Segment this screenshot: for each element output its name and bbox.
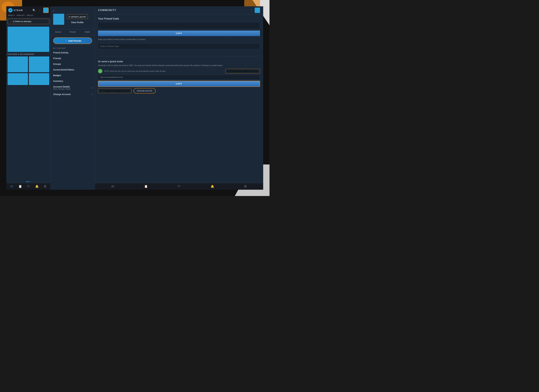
menu-item-change-account-arrow-icon: ›: [91, 93, 92, 95]
friend-code-display: [98, 22, 260, 29]
right-panel: COMMUNITY ⋮ Your Friend Code COPY Enter …: [95, 6, 263, 190]
profile-header: ‹ 2) «Добавить друзей» View Profile: [51, 6, 95, 29]
menu-item-screenshots[interactable]: Screenshots/Videos: [51, 67, 95, 72]
step1-text: 1) Жмем на аватарку: [13, 20, 31, 23]
search-icon[interactable]: 🔍: [32, 8, 36, 12]
menu-item-account-arrow-icon: ›: [91, 86, 92, 89]
bottom-nav-list-icon[interactable]: 📋: [19, 185, 22, 188]
community-title: COMMUNITY: [98, 9, 116, 12]
step3-callout: 3) Создаем новую ссылку: [98, 89, 132, 93]
tab-games[interactable]: Games: [51, 29, 65, 35]
svg-point-1: [10, 10, 11, 11]
bottom-nav-tag-icon[interactable]: 🏷: [10, 185, 13, 188]
tab-wallet[interactable]: Wallet: [80, 29, 95, 35]
menu-item-account-details[interactable]: Account Details Store, Security, Family …: [51, 84, 95, 91]
header-icons: 🔍 ⋮: [32, 8, 48, 13]
menu-item-groups[interactable]: Groups: [51, 61, 95, 67]
quick-invite-title: Or send a Quick Invite: [98, 60, 260, 63]
link-display-row: https://s.team/p/ваша/ссылка: [98, 75, 260, 80]
steam-label: STEAM: [14, 9, 23, 11]
profile-avatar: [53, 14, 64, 25]
menu-item-badges-label: Badges: [53, 74, 61, 77]
generate-new-link-button[interactable]: Generate new link: [134, 88, 156, 94]
menu-item-friends-label: Friends: [53, 57, 61, 60]
menu-item-change-account[interactable]: Change Account ›: [51, 91, 95, 97]
right-bottom-nav: 🏷 📋 🛡 🔔 ☰: [95, 183, 263, 190]
game-thumb-1[interactable]: [8, 57, 28, 72]
wallet-nav-item[interactable]: WALLET: [27, 14, 34, 16]
my-content-label: MY CONTENT: [51, 46, 95, 50]
right-bottom-nav-tag-icon[interactable]: 🏷: [111, 185, 114, 188]
game-grid: [8, 57, 49, 85]
quick-invite-section: Or send a Quick Invite Generate a link t…: [98, 57, 260, 94]
menu-item-inventory[interactable]: Inventory: [51, 78, 95, 84]
right-bottom-nav-list-icon[interactable]: 📋: [144, 185, 148, 188]
menu-item-badges[interactable]: Badges: [51, 72, 95, 78]
wishlist-nav-item[interactable]: WISHLIST: [17, 14, 25, 16]
left-bottom-nav: 🏷 📋 🛡 🔔 ☰: [6, 183, 50, 190]
note-text: NOTE: Each link can only be used once an…: [104, 70, 224, 72]
profile-avatar-area: 2) «Добавить друзей» View Profile: [53, 14, 92, 25]
game-thumb-4[interactable]: [29, 73, 49, 85]
carousel-dots: [6, 180, 50, 183]
friend-code-title: Your Friend Code: [98, 17, 260, 20]
nav-bar: MENU ▾ WISHLIST WALLET: [6, 14, 50, 18]
generate-row: 3) Создаем новую ссылку Generate new lin…: [98, 88, 260, 94]
right-panel-content: Your Friend Code COPY Enter your friend'…: [95, 14, 263, 183]
add-friends-icon: 👥: [64, 39, 67, 42]
tab-friends[interactable]: Friends: [65, 29, 80, 35]
back-arrow-icon[interactable]: ‹: [53, 9, 54, 12]
community-user-avatar[interactable]: [255, 8, 260, 13]
user-avatar-left[interactable]: [43, 8, 48, 13]
profile-tabs: Games Friends Wallet: [51, 29, 95, 35]
step4-callout: 4) Копируем новую ссылку: [225, 69, 260, 73]
step3-text: 3) Создаем новую ссылку: [100, 90, 130, 92]
right-bottom-nav-menu-icon[interactable]: ☰: [244, 185, 247, 188]
menu-item-friends[interactable]: Friends: [51, 56, 95, 61]
community-header: COMMUNITY ⋮: [95, 6, 263, 14]
link-url-text: https://s.team/p/ваша/ссылка: [100, 76, 258, 78]
dot-active: [26, 181, 29, 182]
checkmark-icon: ✓: [98, 69, 102, 73]
featured-label: FEATURED & RECOMMENDED: [8, 53, 49, 55]
menu-item-groups-label: Groups: [53, 63, 61, 65]
step2-text: 2) «Добавить друзей»: [68, 16, 86, 18]
right-bottom-nav-bell-icon[interactable]: 🔔: [211, 185, 214, 188]
left-panel: STEAM 🔍 ⋮ MENU ▾ WISHLIST WALLET →: [6, 6, 50, 190]
menu-item-friend-activity[interactable]: Friend Activity: [51, 50, 95, 56]
bottom-nav-bell-icon[interactable]: 🔔: [35, 185, 39, 188]
menu-list: Friend Activity Friends Groups Screensho…: [51, 50, 95, 190]
copy-link-button[interactable]: COPY: [98, 81, 260, 87]
menu-nav-item[interactable]: MENU ▾: [8, 14, 15, 16]
invite-hint-text: Enter your friend's Friend Code to invit…: [98, 38, 260, 41]
friend-code-input[interactable]: [98, 43, 260, 49]
view-profile-button[interactable]: View Profile: [67, 20, 88, 24]
menu-item-change-account-label: Change Account: [53, 93, 71, 95]
menu-item-account-sub: Store, Security, Family: [53, 88, 71, 90]
game-thumb-2[interactable]: [29, 57, 49, 72]
main-container: STEAM 🔍 ⋮ MENU ▾ WISHLIST WALLET →: [6, 6, 263, 190]
friend-code-section: Your Friend Code COPY Enter your friend'…: [98, 17, 260, 55]
bottom-nav-shield-icon[interactable]: 🛡: [27, 185, 30, 188]
menu-item-screenshots-label: Screenshots/Videos: [53, 68, 74, 71]
quick-invite-desc: Generate a link to share via email or SM…: [98, 64, 260, 67]
game-thumb-3[interactable]: [8, 73, 28, 85]
menu-item-inventory-label: Inventory: [53, 80, 63, 82]
menu-item-account-label: Account Details: [53, 85, 71, 88]
community-header-right: ⋮: [250, 8, 260, 13]
step1-arrow-icon: →: [10, 20, 12, 23]
add-friends-label: Add friends: [68, 39, 81, 42]
bottom-nav-menu-icon[interactable]: ☰: [44, 185, 46, 188]
left-content: FEATURED & RECOMMENDED: [6, 25, 50, 180]
copy-friend-code-button[interactable]: COPY: [98, 31, 260, 36]
note-row: ✓ NOTE: Each link can only be used once …: [98, 69, 260, 73]
steam-icon: [8, 8, 13, 12]
right-bottom-nav-shield-icon[interactable]: 🛡: [178, 185, 181, 188]
more-options-icon[interactable]: ⋮: [38, 8, 42, 12]
step1-callout: → 1) Жмем на аватарку: [8, 19, 49, 24]
mid-panel: ‹ 2) «Добавить друзей» View Profile Game…: [50, 6, 95, 190]
menu-item-friend-activity-label: Friend Activity: [53, 52, 68, 54]
community-more-icon[interactable]: ⋮: [250, 9, 253, 12]
divider-1: [98, 56, 260, 56]
add-friends-button[interactable]: 👥 Add friends: [53, 37, 92, 44]
